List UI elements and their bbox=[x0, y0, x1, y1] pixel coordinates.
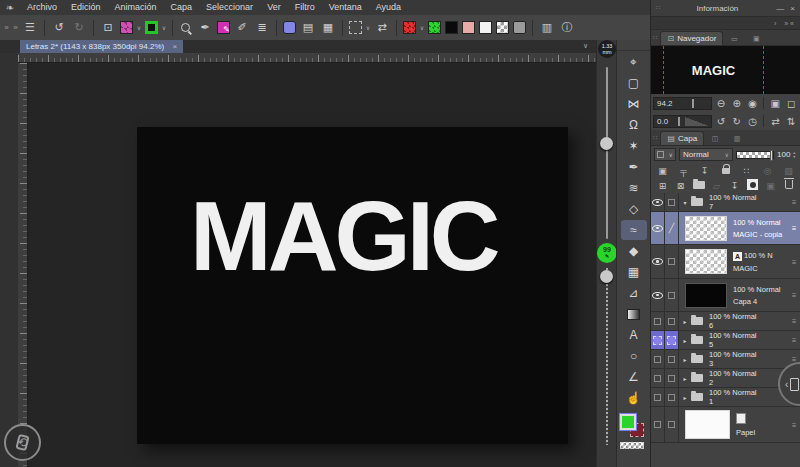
layer-row-capa-4[interactable]: 100 % Normal Capa 4 ☰ bbox=[651, 279, 800, 312]
reference-layer-icon[interactable]: ↧ bbox=[698, 166, 711, 176]
eye-icon[interactable] bbox=[652, 292, 663, 299]
tab-close-icon[interactable]: × bbox=[172, 42, 177, 51]
row-menu-icon[interactable]: ☰ bbox=[788, 318, 800, 324]
marquee-select-tool[interactable]: ▢ bbox=[621, 73, 647, 93]
check-cell[interactable] bbox=[665, 331, 679, 349]
panel-arrow-icon[interactable]: › bbox=[774, 20, 776, 27]
fill-tool[interactable]: ◆ bbox=[621, 241, 647, 261]
visibility-cell[interactable] bbox=[651, 212, 665, 244]
zoom-out-button[interactable]: ⊖ bbox=[714, 96, 728, 110]
opacity-stepper[interactable]: ▴ ▾ bbox=[793, 151, 795, 159]
chevron-down-icon[interactable]: ∨ bbox=[364, 24, 372, 31]
menu-animacion[interactable]: Animación bbox=[108, 0, 164, 15]
rotate-cw-button[interactable]: ↻ bbox=[730, 114, 744, 128]
row-menu-icon[interactable]: ☰ bbox=[788, 225, 800, 231]
layer-mask-icon[interactable] bbox=[746, 179, 759, 192]
checkbox[interactable] bbox=[668, 375, 675, 382]
visibility-cell[interactable] bbox=[651, 331, 665, 349]
document-tab[interactable]: Letras 2* (1143 x 838px 350dpi 94.2%) × bbox=[20, 40, 183, 53]
touch-rotate-button[interactable]: ⟲ bbox=[4, 424, 41, 461]
row-menu-icon[interactable]: ☰ bbox=[788, 422, 800, 428]
transparent-color-swatch[interactable] bbox=[620, 442, 644, 449]
brush-size-slider-handle[interactable] bbox=[600, 137, 613, 150]
text-tool[interactable]: A bbox=[621, 325, 647, 345]
menu-seleccionar[interactable]: Seleccionar bbox=[199, 0, 260, 15]
checkbox[interactable] bbox=[668, 199, 675, 206]
fullscreen-button[interactable]: ◻ bbox=[784, 96, 798, 110]
copy-layer-icon[interactable]: ▣ bbox=[764, 181, 777, 191]
checkbox[interactable] bbox=[668, 258, 675, 265]
fit-to-screen-button[interactable]: ▣ bbox=[768, 96, 782, 110]
tab-navegador[interactable]: ⊡ Navegador bbox=[660, 31, 723, 45]
visibility-cell[interactable] bbox=[651, 193, 665, 211]
gray-swatch[interactable] bbox=[513, 21, 526, 34]
checkbox[interactable] bbox=[668, 356, 675, 363]
menu-ver[interactable]: Ver bbox=[260, 0, 288, 15]
info-icon[interactable]: ⓘ bbox=[559, 20, 575, 36]
flip-icon[interactable]: ⇄ bbox=[374, 20, 390, 36]
blue-tool-swatch[interactable] bbox=[283, 21, 296, 34]
navigator-preview[interactable]: MAGIC bbox=[651, 46, 800, 94]
visibility-cell[interactable] bbox=[651, 407, 665, 442]
check-cell[interactable] bbox=[665, 369, 679, 387]
check-cell[interactable]: ╱ bbox=[665, 212, 679, 244]
white-swatch[interactable] bbox=[479, 21, 492, 34]
gradient-swatch[interactable]: ✎ bbox=[217, 21, 230, 34]
stepper-down-icon[interactable]: ▾ bbox=[793, 155, 795, 159]
flip-horizontal-button[interactable]: ⇄ bbox=[768, 114, 782, 128]
figure-tool[interactable]: ⊿ bbox=[621, 283, 647, 303]
green-texture-swatch[interactable] bbox=[428, 21, 441, 34]
expander-icon[interactable]: ▸ bbox=[679, 394, 691, 401]
expander-icon[interactable]: ▸ bbox=[679, 318, 691, 325]
redo-icon[interactable]: ↻ bbox=[71, 20, 87, 36]
brush-size-slider[interactable] bbox=[606, 67, 608, 239]
polyline-select-tool[interactable]: ⋈ bbox=[621, 94, 647, 114]
layer-row-folder-7[interactable]: ▾ 100 % Normal 7 ☰ bbox=[651, 193, 800, 212]
clip-to-layer-icon[interactable]: ▣ bbox=[656, 166, 669, 176]
sliders-icon[interactable]: ≣ bbox=[254, 20, 270, 36]
checkbox[interactable] bbox=[668, 394, 675, 401]
tone-icon[interactable]: ╤ bbox=[677, 166, 690, 176]
chevron-down-icon[interactable]: ∨ bbox=[418, 24, 426, 31]
checkbox[interactable] bbox=[654, 318, 661, 325]
eyedropper-icon[interactable]: ✒ bbox=[197, 20, 213, 36]
row-menu-icon[interactable]: ☰ bbox=[788, 337, 800, 343]
lock-transparent-icon[interactable]: ∷ bbox=[740, 166, 753, 176]
layer-row-papel[interactable]: Papel ☰ bbox=[651, 407, 800, 443]
opacity-slider-knob[interactable] bbox=[770, 150, 773, 161]
check-cell[interactable] bbox=[665, 407, 679, 442]
brush-opacity-slider[interactable] bbox=[606, 268, 608, 445]
green-selection-swatch[interactable] bbox=[145, 21, 158, 34]
checkbox[interactable] bbox=[668, 421, 675, 428]
expander-icon[interactable]: ▸ bbox=[679, 356, 691, 363]
checkbox[interactable] bbox=[654, 394, 661, 401]
visibility-cell[interactable] bbox=[651, 312, 665, 330]
tab-capa[interactable]: ▤ Capa bbox=[660, 131, 704, 145]
balloon-tool[interactable]: ○ bbox=[621, 346, 647, 366]
rotation-slider-knob[interactable] bbox=[678, 117, 680, 126]
zoom-in-button[interactable]: ⊕ bbox=[730, 96, 744, 110]
checkbox[interactable] bbox=[653, 336, 662, 345]
check-cell[interactable] bbox=[665, 279, 679, 311]
checkbox[interactable] bbox=[654, 356, 661, 363]
palette-overflow-icon[interactable]: » bbox=[2, 20, 11, 36]
lasso-tool[interactable]: Ω bbox=[621, 115, 647, 135]
tab-layer-search-icon[interactable]: ▥ bbox=[726, 133, 748, 145]
row-menu-icon[interactable]: ☰ bbox=[788, 199, 800, 205]
pen-icon[interactable]: ✐ bbox=[234, 20, 250, 36]
black-swatch[interactable] bbox=[445, 21, 458, 34]
menu-capa[interactable]: Capa bbox=[164, 0, 200, 15]
menu-icon[interactable]: ☰ bbox=[22, 20, 38, 36]
new-raster-layer-icon[interactable]: ⊞ bbox=[656, 181, 669, 191]
expander-icon[interactable]: ▾ bbox=[679, 199, 691, 206]
menu-filtro[interactable]: Filtro bbox=[288, 0, 322, 15]
operation-tool[interactable]: ⌖ bbox=[621, 52, 647, 72]
undo-icon[interactable]: ↺ bbox=[51, 20, 67, 36]
frame-border-tool[interactable]: ▦ bbox=[621, 262, 647, 282]
layer-color-dropdown[interactable]: ∨ bbox=[654, 148, 676, 161]
row-menu-icon[interactable]: ☰ bbox=[788, 259, 800, 265]
zoom-slider-knob[interactable] bbox=[692, 99, 694, 108]
gradient-tool[interactable] bbox=[621, 304, 647, 324]
layer-row-magic-copia[interactable]: ╱ 100 % Normal MAGIC - copia ☰ bbox=[651, 212, 800, 245]
menu-ventana[interactable]: Ventana bbox=[322, 0, 369, 15]
